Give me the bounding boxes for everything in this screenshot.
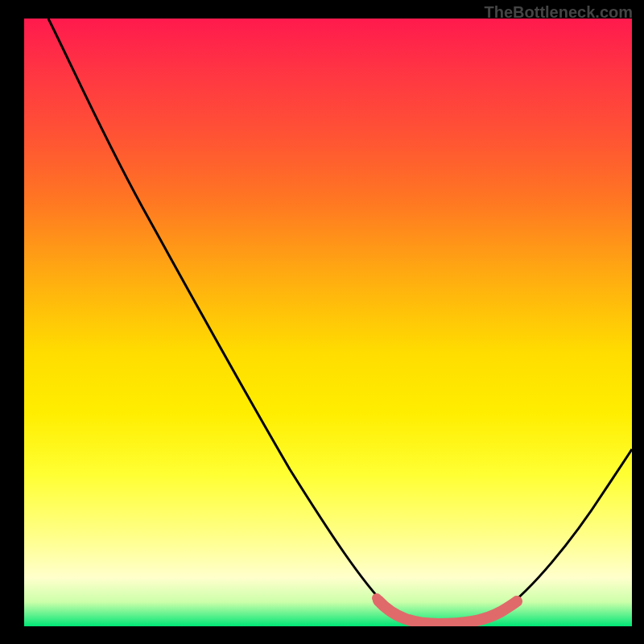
plot-area	[24, 19, 632, 626]
chart-container: TheBottleneck.com	[0, 0, 644, 644]
curve-svg	[24, 19, 632, 626]
watermark-text: TheBottleneck.com	[485, 3, 633, 22]
optimal-zone-highlight	[378, 601, 517, 624]
highlight-dot	[372, 593, 382, 603]
bottleneck-curve	[48, 19, 632, 624]
